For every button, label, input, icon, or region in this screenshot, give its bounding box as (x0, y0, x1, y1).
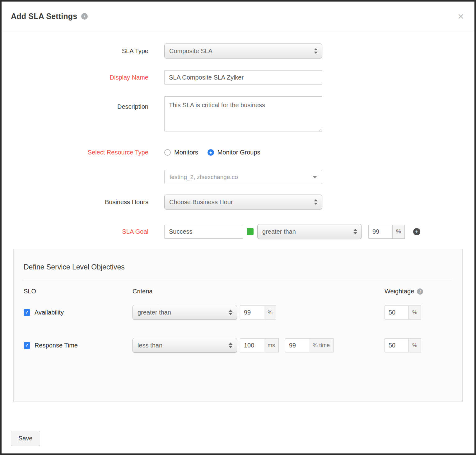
resource-type-row: Select Resource Type Monitors Monitor Gr… (2, 149, 474, 156)
dialog-title: Add SLA Settings (11, 12, 77, 21)
dialog-footer: Save (11, 431, 40, 446)
response-time-percent-input[interactable] (285, 338, 309, 352)
sla-type-field: Composite SLA (164, 44, 322, 58)
dialog-header: Add SLA Settings i × (2, 2, 474, 31)
slo-row-response-time: ✓ Response Time less than ms % time (24, 338, 452, 353)
response-time-weightage-cell: % (385, 338, 456, 352)
slo-table-header: SLO Criteria Weightage i (24, 288, 452, 295)
radio-selected-icon (208, 149, 214, 156)
availability-threshold-input[interactable] (240, 306, 264, 319)
sla-goal-comparator-select[interactable]: greater than (257, 224, 362, 239)
select-arrows-icon (314, 199, 318, 205)
monitor-groups-value: testing_2, zfsexchange.co (170, 174, 238, 181)
description-row: Description This SLA is critical for the… (2, 96, 474, 131)
arrow-up-icon (229, 310, 232, 312)
criteria-column-header: Criteria (133, 288, 385, 295)
response-time-checkbox[interactable]: ✓ (24, 342, 30, 349)
monitor-groups-select[interactable]: testing_2, zfsexchange.co (164, 170, 322, 184)
slo-section-title: Define Service Level Objectives (24, 263, 452, 279)
monitor-groups-radio-label: Monitor Groups (217, 149, 260, 156)
add-goal-icon[interactable]: + (413, 228, 420, 235)
response-time-criteria-cell: less than ms % time (133, 338, 385, 353)
arrow-down-icon (229, 313, 232, 315)
monitor-groups-row: testing_2, zfsexchange.co (2, 170, 474, 184)
availability-weightage-cell: % (385, 306, 456, 319)
response-time-label: Response Time (35, 342, 78, 349)
arrow-down-icon (314, 203, 318, 205)
availability-label: Availability (35, 309, 64, 316)
arrow-up-icon (314, 199, 318, 201)
select-arrows-icon (229, 310, 232, 315)
monitors-radio[interactable]: Monitors (164, 149, 198, 156)
arrow-down-icon (353, 232, 357, 234)
resource-type-label: Select Resource Type (2, 149, 148, 156)
arrow-down-icon (314, 52, 318, 54)
response-time-comparator-value: less than (138, 342, 162, 349)
response-time-ms-group: ms (240, 338, 279, 352)
ms-suffix: ms (264, 338, 279, 352)
info-icon[interactable]: i (81, 13, 88, 20)
business-hours-field: Choose Business Hour (164, 195, 322, 209)
display-name-field (164, 70, 322, 85)
slo-section: Define Service Level Objectives SLO Crit… (13, 249, 463, 402)
display-name-input[interactable] (164, 70, 322, 85)
business-hours-row: Business Hours Choose Business Hour (2, 195, 474, 209)
caret-down-icon (313, 176, 317, 178)
sla-goal-status-input[interactable] (164, 225, 243, 239)
arrow-up-icon (314, 48, 318, 50)
sla-goal-comparator-value: greater than (262, 228, 296, 235)
description-textarea[interactable]: This SLA is critical for the business (164, 96, 322, 131)
sla-goal-field: greater than % + (164, 224, 420, 239)
availability-criteria-cell: greater than % (133, 305, 385, 320)
sla-type-select[interactable]: Composite SLA (164, 44, 322, 58)
sla-form: SLA Type Composite SLA Display Name Desc… (2, 31, 474, 239)
arrow-down-icon (229, 346, 232, 348)
check-icon: ✓ (25, 310, 29, 315)
description-label: Description (2, 96, 148, 110)
display-name-label: Display Name (2, 74, 148, 81)
response-time-comparator-select[interactable]: less than (133, 338, 237, 353)
close-icon[interactable]: × (458, 11, 464, 21)
availability-comparator-select[interactable]: greater than (133, 305, 237, 320)
response-time-weightage-input[interactable] (385, 338, 409, 352)
availability-threshold-group: % (240, 306, 276, 319)
select-arrows-icon (314, 48, 318, 54)
save-button[interactable]: Save (11, 431, 40, 446)
response-time-percent-group: % time (285, 338, 334, 352)
status-color-swatch[interactable] (247, 228, 254, 235)
response-time-weightage-group: % (385, 338, 456, 352)
sla-goal-threshold-input[interactable] (368, 225, 393, 239)
availability-comparator-value: greater than (138, 309, 171, 316)
sla-goal-row: SLA Goal greater than % + (2, 224, 474, 239)
slo-column-header: SLO (24, 288, 133, 295)
percent-suffix: % (392, 225, 405, 239)
weightage-info-icon[interactable]: i (417, 288, 423, 295)
slo-row-availability: ✓ Availability greater than % % (24, 305, 452, 320)
arrow-up-icon (353, 229, 357, 231)
weightage-column-header: Weightage i (385, 288, 456, 295)
response-time-ms-input[interactable] (240, 338, 264, 352)
sla-goal-threshold-group: % (368, 225, 405, 239)
percent-suffix: % (408, 306, 421, 319)
sla-goal-label: SLA Goal (2, 228, 148, 235)
sla-type-label: SLA Type (2, 48, 148, 55)
business-hours-select[interactable]: Choose Business Hour (164, 195, 322, 209)
business-hours-label: Business Hours (2, 199, 148, 206)
radio-unselected-icon (164, 149, 171, 156)
resource-type-options: Monitors Monitor Groups (164, 149, 260, 156)
monitor-groups-field: testing_2, zfsexchange.co (164, 170, 322, 184)
select-arrows-icon (353, 229, 357, 234)
availability-checkbox[interactable]: ✓ (24, 309, 30, 316)
sla-type-row: SLA Type Composite SLA (2, 44, 474, 58)
monitor-groups-radio[interactable]: Monitor Groups (208, 149, 260, 156)
business-hours-value: Choose Business Hour (169, 199, 233, 206)
availability-weightage-group: % (385, 306, 456, 319)
monitors-radio-label: Monitors (174, 149, 198, 156)
availability-name-cell: ✓ Availability (24, 309, 133, 316)
availability-weightage-input[interactable] (385, 306, 409, 319)
response-time-name-cell: ✓ Response Time (24, 342, 133, 349)
check-icon: ✓ (25, 343, 29, 348)
select-arrows-icon (229, 342, 232, 348)
sla-type-value: Composite SLA (169, 48, 212, 55)
arrow-up-icon (229, 342, 232, 345)
